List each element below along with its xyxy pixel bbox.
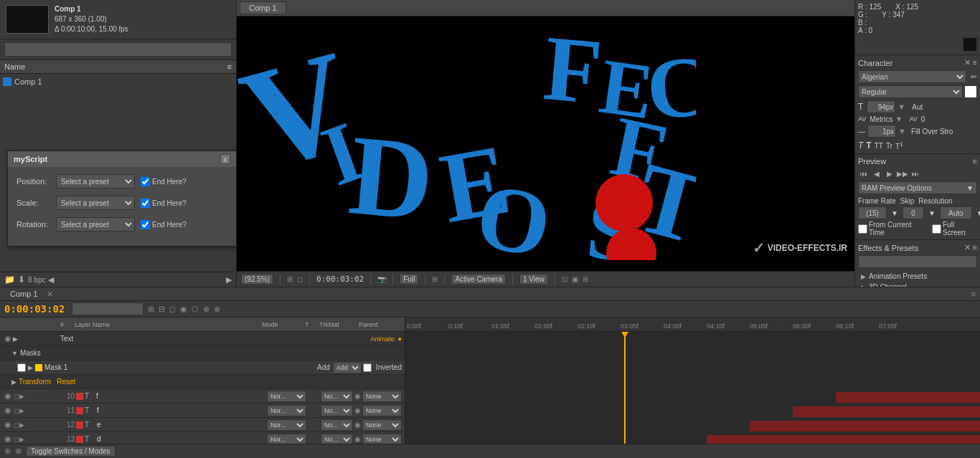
tl-eye2-10[interactable]: ◉ — [354, 392, 361, 400]
size-arrow[interactable]: ▼ — [897, 102, 905, 111]
tl-expand-transform[interactable]: ▶ — [11, 378, 17, 386]
font-name-select[interactable]: Algerian — [858, 70, 966, 83]
tl-ctrl-4[interactable]: ◉ — [180, 305, 187, 314]
tl-expand-13[interactable]: ▶ — [19, 436, 24, 443]
tl-expand-masks[interactable]: ▼ — [11, 350, 18, 357]
reset-label[interactable]: Reset — [57, 378, 75, 386]
tl-parent-11[interactable]: None — [362, 405, 402, 416]
skip-arrow[interactable]: ▼ — [928, 209, 936, 217]
zoom-level[interactable]: (92.5%) — [241, 274, 273, 285]
rotation-end-here-label[interactable]: End Here? — [141, 220, 187, 229]
tl-parent-12[interactable]: None — [362, 419, 402, 431]
tl-eye2-12[interactable]: ◉ — [354, 421, 361, 429]
tl-menu-icon[interactable]: ≡ — [971, 290, 976, 298]
tl-tab-close[interactable]: ✕ — [47, 290, 53, 299]
right-arrow-icon[interactable]: ▶ — [226, 275, 232, 285]
panel-menu-icon[interactable]: ≡ — [227, 62, 232, 71]
current-time-display[interactable]: 0:00:03:02 — [316, 275, 364, 284]
timeline-tab[interactable]: Comp 1 — [4, 289, 44, 299]
tl-trkmat-13[interactable]: No... — [321, 434, 353, 444]
tl-expand-text[interactable]: ▶ — [13, 335, 18, 343]
smallcaps-btn[interactable]: Tr — [886, 142, 892, 150]
rotation-end-here-checkbox[interactable] — [141, 220, 150, 229]
scale-end-here-label[interactable]: End Here? — [141, 199, 187, 208]
mask1-inverted-checkbox[interactable] — [363, 363, 372, 372]
tl-mode-11[interactable]: Nor... — [267, 405, 306, 416]
full-screen-label[interactable]: Full Screen — [932, 221, 977, 237]
effects-tree-item-3d[interactable]: ▶ 3D Channel — [858, 282, 977, 287]
tl-eye-text[interactable]: ◉ — [3, 334, 13, 344]
snap-icon[interactable]: ⊞ — [287, 275, 293, 283]
effects-tree-item-animation[interactable]: ▶ Animation Presets — [858, 271, 977, 282]
prev-frame-btn[interactable]: ◀ — [871, 168, 882, 178]
tl-ctrl-5[interactable]: ⬡ — [192, 305, 199, 314]
tl-ctrl-6[interactable]: ⊕ — [203, 305, 209, 314]
preview-panel-menu[interactable]: ≡ — [973, 157, 977, 166]
tl-bottom-icon-2[interactable]: ⊗ — [15, 447, 22, 456]
quality-dropdown[interactable]: Full — [400, 274, 418, 285]
from-current-label[interactable]: From Current Time — [858, 221, 926, 237]
tl-trkmat-12[interactable]: No... — [321, 419, 353, 431]
timeline-ruler[interactable]: 0:00f 0:10f 01:05f 02:00f 02:10f 03:05f … — [405, 318, 980, 332]
position-end-here-label[interactable]: End Here? — [141, 177, 187, 186]
tl-eye-11[interactable]: ◉ — [3, 406, 13, 416]
caps-btn[interactable]: TT — [875, 142, 883, 150]
script-close-button[interactable]: x — [220, 154, 230, 164]
current-time-big[interactable]: 0:00:03:02 — [4, 303, 65, 315]
tl-eye-10[interactable]: ◉ — [3, 391, 13, 401]
comp-tab[interactable]: Comp 1 — [240, 1, 286, 14]
tl-trkmat-11[interactable]: No... — [321, 405, 353, 416]
import-icon[interactable]: ⬇ — [18, 275, 25, 285]
tl-eye-13[interactable]: ◉ — [3, 434, 13, 444]
tl-expand-mask1[interactable]: ▶ — [28, 364, 33, 371]
tl-ctrl-1[interactable]: ⊞ — [148, 305, 154, 314]
tl-ctrl-2[interactable]: ⊟ — [159, 305, 165, 314]
play-btn[interactable]: ▶ — [884, 168, 895, 178]
pixel-icon[interactable]: ⊞ — [583, 275, 588, 283]
last-frame-btn[interactable]: ⏭ — [910, 168, 921, 178]
playhead[interactable] — [624, 332, 626, 444]
font-size-input[interactable] — [867, 100, 895, 113]
project-item-comp1[interactable]: Comp 1 — [0, 74, 236, 90]
metrics-arrow[interactable]: ▼ — [895, 115, 903, 123]
position-end-here-checkbox[interactable] — [141, 177, 150, 186]
char-panel-menu[interactable]: ✕ ≡ — [964, 58, 977, 67]
stroke-input[interactable] — [867, 125, 896, 138]
color-swatch[interactable] — [963, 37, 977, 52]
active-camera-dropdown[interactable]: Active Camera — [451, 274, 506, 285]
frame-rate-input[interactable] — [858, 206, 887, 219]
tl-parent-13[interactable]: None — [362, 434, 402, 444]
tl-mode-12[interactable]: Nor... — [267, 419, 306, 431]
italic-btn[interactable]: T — [858, 140, 863, 151]
3d-icon[interactable]: ⊡ — [562, 275, 567, 283]
effects-panel-menu[interactable]: ✕ ≡ — [964, 243, 977, 252]
rotation-preset-select[interactable]: Select a preset — [56, 217, 135, 232]
position-preset-select[interactable]: Select a preset — [56, 174, 135, 189]
render-icon[interactable]: ▣ — [572, 275, 578, 283]
first-frame-btn[interactable]: ⏮ — [858, 168, 870, 178]
tl-mode-13[interactable]: Nor... — [267, 434, 306, 444]
scale-preset-select[interactable]: Select a preset — [56, 196, 135, 210]
mask-icon[interactable]: ◻ — [297, 275, 303, 283]
mask1-add-select[interactable]: Add — [333, 362, 362, 373]
stroke-arrow[interactable]: ▼ — [898, 127, 906, 135]
bold-btn[interactable]: T — [866, 140, 871, 151]
from-current-checkbox[interactable] — [858, 224, 867, 234]
tl-parent-10[interactable]: None — [362, 391, 402, 402]
resolution-arrow[interactable]: ▼ — [976, 209, 980, 217]
tl-expand-10[interactable]: ▶ — [19, 393, 24, 400]
toggle-switches-btn[interactable]: Toggle Switches / Modes — [26, 446, 116, 457]
tl-ctrl-11-1[interactable]: ◻ — [14, 407, 19, 414]
eyedropper-icon[interactable]: ✏ — [971, 72, 977, 82]
tl-expand-12[interactable]: ▶ — [19, 421, 24, 429]
tl-eye2-13[interactable]: ◉ — [354, 435, 361, 443]
grid-icon[interactable]: ⊞ — [432, 275, 438, 283]
tl-expand-11[interactable]: ▶ — [19, 407, 24, 414]
full-screen-checkbox[interactable] — [932, 224, 941, 234]
tl-ctrl-10-1[interactable]: ◻ — [14, 393, 19, 400]
frame-rate-arrow[interactable]: ▼ — [891, 209, 898, 217]
timeline-search-input[interactable] — [72, 302, 143, 315]
left-arrow-icon[interactable]: ◀ — [48, 275, 54, 285]
skip-input[interactable] — [903, 206, 924, 219]
resolution-input[interactable] — [940, 206, 972, 219]
